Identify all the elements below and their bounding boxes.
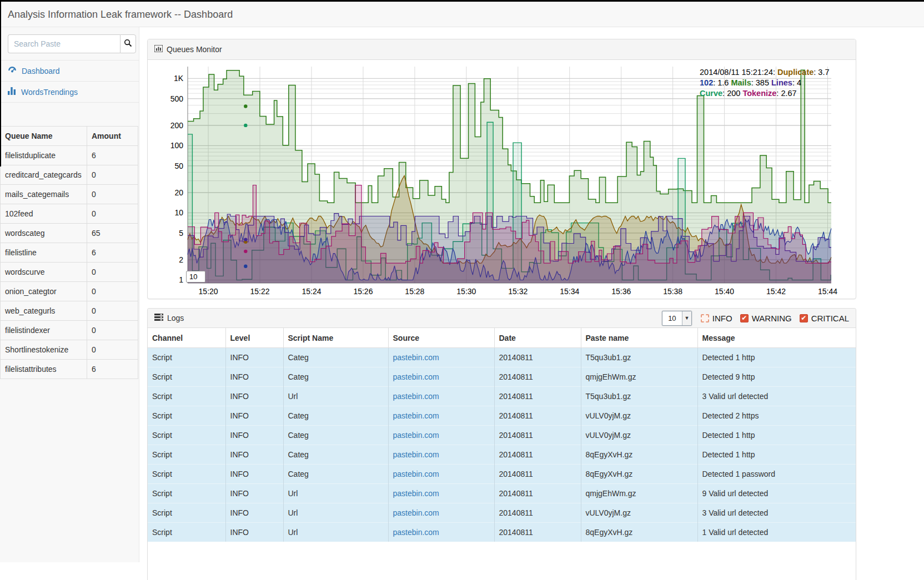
log-cell: qmjgEhWm.gz: [581, 484, 697, 503]
roll-period-input[interactable]: [186, 271, 205, 283]
log-row: ScriptINFOUrlpastebin.com20140811qmjgEhW…: [148, 484, 856, 503]
critical-filter-label[interactable]: CRITICAL: [811, 314, 849, 323]
warning-checkbox[interactable]: ✔: [740, 314, 749, 322]
info-checkbox[interactable]: [701, 314, 709, 322]
log-cell: Categ: [283, 348, 388, 367]
logs-controls: 10 ▼ INFO✔WARNING✔CRITICAL: [662, 311, 849, 326]
log-cell: vULV0yjM.gz: [581, 406, 697, 426]
log-cell: INFO: [225, 348, 283, 367]
queues-monitor-panel: Queues Monitor 15:2015:2215:2415:2615:28…: [147, 39, 856, 299]
queue-amount-cell: 0: [87, 321, 138, 340]
x-axis-tick-label: 15:32: [508, 287, 528, 296]
source-link[interactable]: pastebin.com: [393, 489, 439, 498]
legend-series-name: 102: [700, 78, 713, 87]
log-cell: Detected 9 http: [697, 367, 856, 387]
queue-row: 102feed0: [1, 204, 138, 224]
sidebar-item-dashboard[interactable]: Dashboard: [0, 60, 139, 81]
log-cell: Url: [283, 387, 388, 406]
x-axis-tick-label: 15:36: [611, 287, 631, 296]
legend-series-value: : 4: [792, 78, 801, 87]
logs-column-header: Channel: [148, 328, 225, 348]
source-link[interactable]: pastebin.com: [393, 431, 439, 440]
log-cell: Script: [148, 465, 225, 484]
source-link[interactable]: pastebin.com: [393, 528, 439, 537]
y-axis-tick-label: 20: [174, 188, 183, 197]
log-cell: 20140811: [494, 426, 581, 445]
log-cell: INFO: [225, 387, 283, 406]
legend-series-value: : 200: [722, 89, 742, 98]
critical-checkbox[interactable]: ✔: [800, 314, 808, 322]
log-row: ScriptINFOCategpastebin.com20140811qmjgE…: [148, 367, 856, 387]
source-link[interactable]: pastebin.com: [393, 372, 439, 381]
log-cell: pastebin.com: [388, 406, 494, 426]
source-link[interactable]: pastebin.com: [393, 508, 439, 517]
log-cell: 8qEgyXvH.gz: [581, 465, 697, 484]
legend-series-name: Lines: [771, 78, 792, 87]
source-link[interactable]: pastebin.com: [393, 450, 439, 459]
highlight-point-mails: [244, 104, 247, 108]
logs-table: ChannelLevelScript NameSourceDatePaste n…: [148, 328, 856, 542]
top-navbar: Analysis Information Leak framework -- D…: [0, 2, 924, 27]
sidebar-item-wordstrendings[interactable]: WordsTrendings: [0, 81, 139, 102]
source-link[interactable]: pastebin.com: [393, 353, 439, 362]
y-axis-tick-label: 50: [174, 162, 183, 170]
legend-series-value: : 385: [751, 78, 771, 87]
x-axis-tick-label: 15:26: [353, 287, 373, 296]
logs-panel: Logs 10 ▼ INFO✔WARNING✔CRITICAL ChannelL…: [147, 308, 856, 580]
source-link[interactable]: pastebin.com: [393, 470, 439, 478]
log-cell: pastebin.com: [388, 523, 494, 542]
sidebar-item-label: WordsTrendings: [21, 88, 78, 97]
log-cell: Categ: [283, 367, 388, 387]
logs-column-header: Date: [494, 328, 581, 348]
x-axis-tick-label: 15:30: [456, 287, 476, 296]
queue-amount-cell: 6: [87, 146, 138, 165]
log-cell: 1 Valid url detected: [697, 523, 856, 542]
source-link[interactable]: pastebin.com: [393, 392, 439, 401]
log-cell: INFO: [225, 426, 283, 445]
log-cell: Categ: [283, 465, 388, 484]
sidebar: Dashboard WordsTrendings Queue Name Amou…: [0, 27, 139, 562]
log-row: ScriptINFOCategpastebin.com20140811vULV0…: [148, 406, 856, 426]
bar-chart-icon: [8, 87, 16, 97]
info-filter-label[interactable]: INFO: [712, 314, 732, 323]
log-cell: 20140811: [494, 348, 581, 367]
log-cell: Detected 1 http: [697, 348, 856, 367]
page-size-select[interactable]: 10 ▼: [662, 311, 692, 326]
queue-table-header: Queue Name Amount: [1, 127, 138, 146]
highlight-point-curve: [244, 124, 247, 127]
search-button[interactable]: [120, 34, 136, 53]
legend-series-value: : 3.7: [813, 68, 829, 77]
window-left-edge: [0, 0, 1, 167]
log-cell: 20140811: [494, 406, 581, 426]
log-cell: 20140811: [494, 367, 581, 387]
log-cell: Script: [148, 348, 225, 367]
chevron-down-icon: ▼: [682, 311, 691, 325]
search-area: [0, 27, 139, 60]
queue-name-cell: filelistindexer: [1, 321, 87, 340]
log-cell: pastebin.com: [388, 465, 494, 484]
page-size-value: 10: [662, 311, 682, 325]
y-axis-tick-label: 500: [170, 94, 184, 103]
warning-filter-label[interactable]: WARNING: [752, 314, 792, 323]
log-cell: INFO: [225, 523, 283, 542]
chart-legend: 2014/08/11 15:21:24: Duplicate: 3.7102: …: [700, 67, 830, 99]
log-row: ScriptINFOCategpastebin.com201408118qEgy…: [148, 445, 856, 465]
log-cell: 3 Valid url detected: [697, 387, 856, 406]
y-axis-tick-label: 100: [170, 141, 184, 150]
highlight-point-lines: [244, 238, 247, 241]
legend-line: 2014/08/11 15:21:24: Duplicate: 3.7: [700, 67, 830, 78]
queues-monitor-heading: Queues Monitor: [148, 39, 856, 60]
source-link[interactable]: pastebin.com: [393, 411, 439, 420]
queue-amount-cell: 65: [87, 224, 138, 243]
queue-amount-cell: 0: [87, 282, 138, 301]
log-cell: Script: [148, 426, 225, 445]
log-cell: Script: [148, 445, 225, 465]
log-cell: INFO: [225, 484, 283, 503]
search-input[interactable]: [8, 34, 120, 53]
legend-line: Curve: 200 Tokenize: 2.67: [700, 88, 830, 99]
legend-series-value: : 1.6: [713, 78, 731, 87]
legend-series-name: Curve: [700, 89, 722, 98]
queues-chart-body: 15:2015:2215:2415:2615:2815:3015:3215:34…: [148, 60, 856, 299]
queue-name-header: Queue Name: [1, 127, 87, 146]
queue-name-cell: web_categurls: [1, 301, 87, 321]
